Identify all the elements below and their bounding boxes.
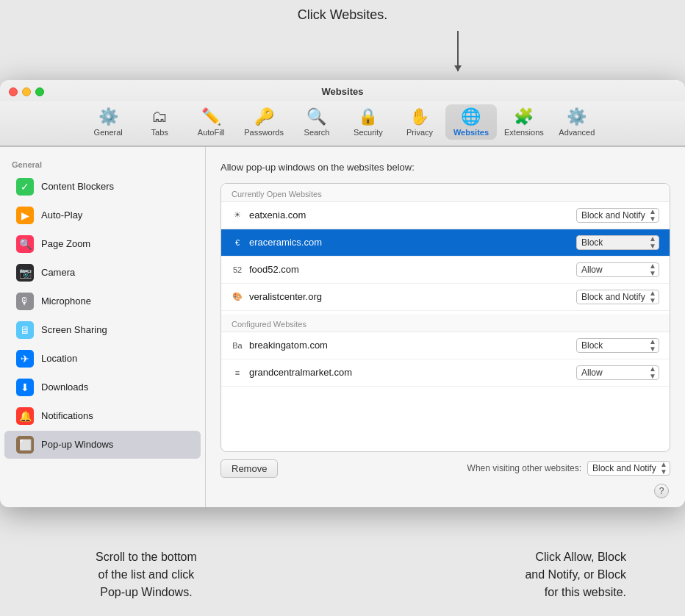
visiting-setting-select[interactable]: Block and NotifyBlockAllow [587, 461, 670, 476]
websites-icon: 🌐 [461, 107, 481, 126]
sidebar-item-camera[interactable]: 📷Camera [4, 259, 201, 287]
toolbar-label-autofill: AutoFill [198, 128, 225, 137]
veralist-setting-select[interactable]: Block and NotifyBlockAllow [576, 290, 659, 304]
grandcentral-select-wrapper: Block and NotifyBlockAllow▲▼ [576, 365, 659, 380]
toolbar-item-websites[interactable]: 🌐Websites [445, 104, 497, 140]
sidebar-label-notifications: Notifications [41, 410, 93, 421]
website-row-breakingatom[interactable]: Babreakingatom.comBlock and NotifyBlockA… [221, 332, 670, 359]
traffic-lights [9, 87, 44, 96]
websites-box: Currently Open Websites ☀eatxenia.comBlo… [220, 183, 670, 452]
toolbar-label-advanced: Advanced [559, 128, 595, 137]
close-button[interactable] [9, 87, 18, 96]
search-icon: 🔍 [306, 107, 326, 126]
toolbar-label-privacy: Privacy [406, 128, 433, 137]
grandcentral-setting-select[interactable]: Block and NotifyBlockAllow [576, 365, 659, 380]
security-icon: 🔒 [358, 107, 378, 126]
veralist-favicon: 🎨 [232, 291, 243, 303]
toolbar-label-search: Search [304, 128, 330, 137]
toolbar-item-extensions[interactable]: 🧩Extensions [497, 104, 551, 140]
bottom-right-controls: When visiting other websites: Block and … [467, 461, 670, 476]
advanced-icon: ⚙️ [567, 107, 587, 126]
camera-icon: 📷 [16, 264, 34, 282]
veralist-name: veralistcenter.org [249, 291, 576, 302]
sidebar-label-page-zoom: Page Zoom [41, 238, 90, 249]
website-row-grandcentral[interactable]: ≡grandcentralmarket.comBlock and NotifyB… [221, 359, 670, 387]
sidebar: General ✓Content Blockers▶Auto-Play🔍Page… [0, 147, 206, 507]
auto-play-icon: ▶ [16, 207, 34, 224]
toolbar: ⚙️General🗂Tabs✏️AutoFill🔑Passwords🔍Searc… [0, 101, 685, 146]
annotation-bottom-right: Click Allow, Blockand Notify, or Blockfo… [525, 548, 626, 601]
website-row-veralist[interactable]: 🎨veralistcenter.orgBlock and NotifyBlock… [221, 284, 670, 311]
right-panel: Allow pop-up windows on the websites bel… [206, 147, 685, 507]
page-zoom-icon: 🔍 [16, 235, 34, 253]
toolbar-item-autofill[interactable]: ✏️AutoFill [185, 104, 237, 140]
sidebar-item-screen-sharing[interactable]: 🖥Screen Sharing [4, 316, 201, 344]
bottom-bar: Remove When visiting other websites: Blo… [220, 452, 670, 481]
eatxenia-setting-select[interactable]: Block and NotifyBlockAllow [576, 208, 659, 223]
configured-header: Configured Websites [221, 314, 670, 332]
screen-sharing-icon: 🖥 [16, 321, 34, 339]
toolbar-item-advanced[interactable]: ⚙️Advanced [551, 104, 603, 140]
sidebar-label-popup-windows: Pop-up Windows [41, 439, 113, 450]
help-button[interactable]: ? [654, 484, 669, 498]
sidebar-item-notifications[interactable]: 🔔Notifications [4, 402, 201, 430]
safari-preferences-window: Websites ⚙️General🗂Tabs✏️AutoFill🔑Passwo… [0, 80, 685, 507]
annotation-arrow [457, 31, 459, 71]
breakingatom-setting-select[interactable]: Block and NotifyBlockAllow [576, 338, 659, 353]
eatxenia-name: eatxenia.com [249, 209, 576, 221]
sidebar-item-page-zoom[interactable]: 🔍Page Zoom [4, 230, 201, 258]
main-content: General ✓Content Blockers▶Auto-Play🔍Page… [0, 147, 685, 507]
downloads-icon: ⬇ [16, 379, 34, 396]
sidebar-label-camera: Camera [41, 267, 75, 278]
toolbar-label-tabs: Tabs [151, 128, 168, 137]
eraceramics-select-wrapper: Block and NotifyBlockAllow▲▼ [576, 235, 659, 250]
food52-select-wrapper: Block and NotifyBlockAllow▲▼ [576, 262, 659, 277]
sidebar-item-downloads[interactable]: ⬇Downloads [4, 373, 201, 401]
sidebar-label-microphone: Microphone [41, 296, 91, 307]
sidebar-item-popup-windows[interactable]: ⬜Pop-up Windows [4, 431, 201, 459]
eatxenia-favicon: ☀ [232, 209, 243, 221]
eraceramics-name: eraceramics.com [249, 237, 576, 248]
grandcentral-name: grandcentralmarket.com [249, 367, 576, 378]
visiting-label: When visiting other websites: [467, 463, 581, 473]
minimize-button[interactable] [22, 87, 31, 96]
panel-description: Allow pop-up windows on the websites bel… [220, 162, 670, 173]
sidebar-label-downloads: Downloads [41, 382, 88, 393]
eraceramics-setting-select[interactable]: Block and NotifyBlockAllow [576, 235, 659, 250]
sidebar-item-auto-play[interactable]: ▶Auto-Play [4, 201, 201, 229]
toolbar-item-tabs[interactable]: 🗂Tabs [134, 104, 185, 140]
toolbar-item-privacy[interactable]: ✋Privacy [394, 104, 445, 140]
content-blockers-icon: ✓ [16, 178, 34, 196]
toolbar-label-security: Security [354, 128, 383, 137]
toolbar-item-general[interactable]: ⚙️General [82, 104, 134, 140]
breakingatom-favicon: Ba [232, 340, 243, 351]
sidebar-label-content-blockers: Content Blockers [41, 181, 114, 192]
food52-favicon: 52 [232, 264, 243, 276]
passwords-icon: 🔑 [254, 107, 274, 126]
sidebar-item-microphone[interactable]: 🎙Microphone [4, 287, 201, 315]
sidebar-item-location[interactable]: ✈Location [4, 345, 201, 373]
annotation-bottom-left: Scroll to the bottomof the list and clic… [96, 548, 197, 601]
microphone-icon: 🎙 [16, 293, 34, 310]
sidebar-item-content-blockers[interactable]: ✓Content Blockers [4, 173, 201, 201]
toolbar-label-websites: Websites [453, 128, 489, 137]
toolbar-label-passwords: Passwords [244, 128, 284, 137]
website-row-eatxenia[interactable]: ☀eatxenia.comBlock and NotifyBlockAllow▲… [221, 202, 670, 229]
annotation-top: Click Websites. [298, 7, 388, 23]
website-row-food52[interactable]: 52food52.comBlock and NotifyBlockAllow▲▼ [221, 257, 670, 284]
breakingatom-name: breakingatom.com [249, 340, 576, 351]
food52-setting-select[interactable]: Block and NotifyBlockAllow [576, 262, 659, 277]
sidebar-section-label: General [0, 156, 205, 172]
toolbar-item-security[interactable]: 🔒Security [342, 104, 394, 140]
autofill-icon: ✏️ [201, 107, 221, 126]
toolbar-item-search[interactable]: 🔍Search [291, 104, 342, 140]
toolbar-label-general: General [94, 128, 123, 137]
sidebar-label-auto-play: Auto-Play [41, 209, 82, 221]
veralist-select-wrapper: Block and NotifyBlockAllow▲▼ [576, 290, 659, 304]
notifications-icon: 🔔 [16, 407, 34, 425]
website-row-eraceramics[interactable]: €eraceramics.comBlock and NotifyBlockAll… [221, 229, 670, 257]
location-icon: ✈ [16, 350, 34, 368]
maximize-button[interactable] [35, 87, 44, 96]
toolbar-item-passwords[interactable]: 🔑Passwords [237, 104, 291, 140]
remove-button[interactable]: Remove [220, 459, 278, 478]
